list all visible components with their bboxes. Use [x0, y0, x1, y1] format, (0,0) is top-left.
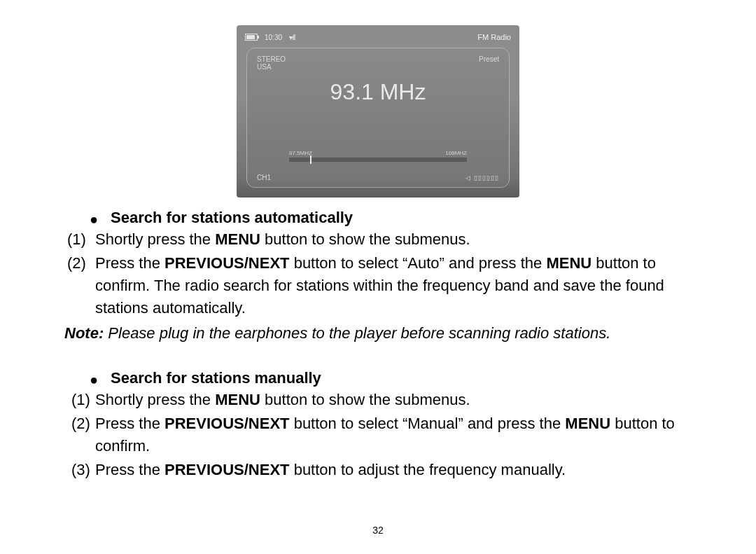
item-number: (2) [64, 252, 95, 319]
note-label: Note: [64, 324, 104, 342]
section1-title: Search for stations automatically [111, 209, 353, 227]
item-number: (3) [64, 459, 95, 481]
item-text: Shortly press the MENU button to show th… [95, 228, 692, 251]
signal-icon: ▾ıll [289, 34, 295, 41]
bullet-icon: ● [90, 212, 98, 226]
section1-list: (1) Shortly press the MENU button to sho… [64, 228, 692, 319]
item-text: Press the PREVIOUS/NEXT button to adjust… [95, 459, 692, 481]
section2-heading: ● Search for stations manually [64, 369, 692, 387]
radio-time: 10:30 [265, 34, 282, 41]
note: Note: Please plug in the earphones to th… [64, 322, 692, 345]
section1-heading: ● Search for stations automatically [64, 209, 692, 227]
item-text: Shortly press the MENU button to show th… [95, 389, 692, 411]
battery-icon [245, 34, 258, 41]
radio-stereo: STEREO [257, 55, 286, 63]
page-number: 32 [0, 525, 756, 536]
radio-preset: Preset [479, 55, 499, 71]
item-number: (2) [64, 413, 95, 457]
figure-wrap: 10:30 ▾ıll FM Radio STEREO USA Preset 93… [64, 25, 692, 198]
radio-statusbar: 10:30 ▾ıll FM Radio [237, 25, 519, 45]
list-item: (2) Press the PREVIOUS/NEXT button to se… [64, 252, 692, 319]
item-text: Press the PREVIOUS/NEXT button to select… [95, 413, 692, 457]
section2-title: Search for stations manually [111, 369, 321, 387]
bullet-icon: ● [90, 373, 98, 387]
list-item: (3) Press the PREVIOUS/NEXT button to ad… [64, 459, 692, 481]
list-item: (2) Press the PREVIOUS/NEXT button to se… [64, 413, 692, 457]
dial-min: 87.5MHZ [289, 150, 312, 156]
radio-panel: STEREO USA Preset 93.1 MHz 87.5MHZ 108MH… [246, 48, 510, 188]
radio-screenshot: 10:30 ▾ıll FM Radio STEREO USA Preset 93… [237, 25, 519, 198]
item-number: (1) [64, 228, 95, 251]
section2-list: (1) Shortly press the MENU button to sho… [64, 389, 692, 481]
radio-dial: 87.5MHZ 108MHZ [289, 150, 467, 162]
list-item: (1) Shortly press the MENU button to sho… [64, 389, 692, 411]
item-number: (1) [64, 389, 95, 411]
radio-region: USA [257, 63, 286, 71]
radio-top-left: STEREO USA [257, 55, 286, 71]
note-body: Please plug in the earphones to the play… [104, 324, 610, 342]
item-text: Press the PREVIOUS/NEXT button to select… [95, 252, 692, 319]
radio-title: FM Radio [477, 33, 511, 41]
dial-max: 108MHZ [445, 150, 467, 156]
radio-frequency: 93.1 MHz [247, 79, 509, 105]
list-item: (1) Shortly press the MENU button to sho… [64, 228, 692, 251]
